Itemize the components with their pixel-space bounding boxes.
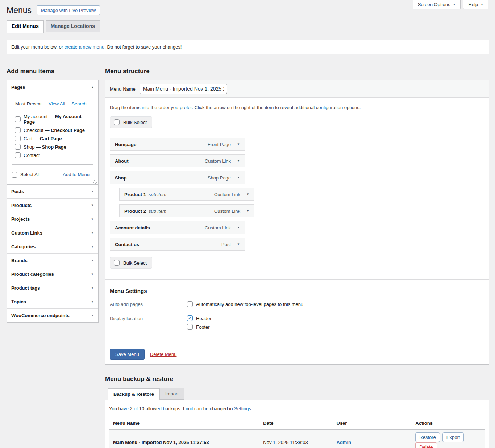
resize-handle[interactable] (93, 180, 97, 184)
accordion-brands[interactable]: Brands▼ (7, 253, 98, 267)
select-all-label: Select All (20, 172, 39, 177)
display-location-footer-option[interactable]: Footer (187, 324, 212, 330)
pages-panel-body: Most Recent View All Search My account —… (7, 94, 98, 184)
menu-item-product-2[interactable]: Product 2sub item Custom Link▼ (119, 204, 254, 217)
display-location-header-option[interactable]: Header (187, 315, 212, 321)
menu-settings-section: Menu Settings Auto add pages Automatical… (105, 279, 489, 344)
auto-add-checkbox[interactable] (187, 301, 193, 307)
page-item-label: Checkout — Checkout Page (24, 128, 85, 133)
add-to-menu-button[interactable]: Add to Menu (59, 170, 93, 179)
menu-name-input[interactable] (140, 84, 227, 94)
add-menu-items-heading: Add menu items (7, 68, 99, 75)
accordion-product-tags[interactable]: Product tags▼ (7, 281, 98, 295)
menu-item-account-details[interactable]: Account details Custom Link▼ (110, 221, 245, 234)
create-new-menu-link[interactable]: create a new menu (65, 44, 105, 50)
sub-item-label: sub item (149, 192, 166, 197)
tab-import[interactable]: Import (160, 388, 184, 400)
screen-options-button[interactable]: Screen Options ▼ (413, 0, 461, 9)
menu-name-row: Menu Name (105, 80, 489, 98)
item-type-label: Custom Link (205, 158, 231, 164)
accordion-product-categories[interactable]: Product categories▼ (7, 267, 98, 281)
backup-tabs: Backup & Restore Import (108, 388, 489, 400)
tab-backup-restore[interactable]: Backup & Restore (108, 388, 160, 400)
chevron-down-icon: ▼ (91, 314, 94, 317)
chevron-down-icon[interactable]: ▼ (237, 143, 240, 146)
backups-table: Menu Name Date User Actions Main Menu - … (109, 417, 485, 448)
chevron-down-icon: ▼ (91, 218, 94, 221)
display-location-label: Display location (110, 315, 187, 333)
page-checkbox[interactable] (15, 136, 21, 141)
menu-structure-column: Menu structure Menu Name Drag the items … (105, 68, 489, 448)
chevron-down-icon: ▼ (481, 3, 483, 6)
bulk-select-checkbox[interactable] (114, 119, 120, 125)
bulk-select-checkbox[interactable] (114, 260, 120, 266)
delete-button[interactable]: Delete (415, 442, 437, 448)
tab-most-recent[interactable]: Most Recent (12, 99, 45, 109)
chevron-down-icon[interactable]: ▼ (246, 193, 249, 196)
menu-item-contact-us[interactable]: Contact us Post▼ (110, 238, 245, 251)
item-type-label: Custom Link (214, 208, 240, 214)
tab-edit-menus[interactable]: Edit Menus (7, 20, 44, 33)
manage-live-preview-button[interactable]: Manage with Live Preview (37, 5, 100, 15)
drag-instructions: Drag the items into the order you prefer… (110, 105, 484, 110)
page-title: Menus (7, 5, 32, 15)
page-checkbox[interactable] (15, 152, 21, 158)
footer-checkbox[interactable] (187, 324, 193, 330)
pages-panel-header[interactable]: Pages ▲ (7, 80, 98, 94)
backup-user-link[interactable]: Admin (337, 440, 351, 445)
chevron-down-icon[interactable]: ▼ (237, 159, 240, 162)
pages-inner-tabs: Most Recent View All Search (12, 99, 93, 109)
list-item: Cart — Cart Page (15, 136, 90, 141)
accordion-posts[interactable]: Posts▼ (7, 185, 98, 198)
display-location-row: Display location Header Footer (110, 315, 484, 333)
auto-add-pages-option[interactable]: Automatically add new top-level pages to… (187, 301, 303, 307)
restore-button[interactable]: Restore (415, 432, 440, 442)
chevron-down-icon[interactable]: ▼ (246, 210, 249, 212)
accordion-categories[interactable]: Categories▼ (7, 240, 98, 253)
item-type-label: Front Page (208, 142, 231, 147)
item-type-label: Custom Link (205, 225, 231, 231)
tab-search[interactable]: Search (68, 99, 90, 109)
help-button[interactable]: Help ▼ (463, 0, 488, 9)
tab-manage-locations[interactable]: Manage Locations (46, 20, 100, 32)
chevron-down-icon[interactable]: ▼ (237, 243, 240, 246)
chevron-down-icon: ▼ (91, 190, 94, 193)
bulk-select-label: Bulk Select (123, 120, 147, 125)
chevron-down-icon: ▼ (91, 300, 94, 303)
save-menu-button[interactable]: Save Menu (110, 349, 145, 360)
page-checkbox[interactable] (15, 127, 21, 133)
column-header-date: Date (259, 417, 333, 430)
accordion-products[interactable]: Products▼ (7, 198, 98, 212)
backup-menu-name: Main Menu - Imported Nov 1, 2025 11:37:5… (109, 430, 260, 448)
menu-structure-panel: Menu Name Drag the items into the order … (105, 80, 489, 365)
accordion-custom-links[interactable]: Custom Links▼ (7, 226, 98, 240)
chevron-up-icon[interactable]: ▲ (91, 86, 94, 89)
chevron-down-icon[interactable]: ▼ (237, 226, 240, 229)
list-item: Contact (15, 152, 90, 158)
select-all-checkbox[interactable] (12, 172, 17, 178)
export-button[interactable]: Export (442, 432, 464, 442)
accordion-projects[interactable]: Projects▼ (7, 212, 98, 226)
chevron-down-icon: ▼ (91, 232, 94, 235)
notice-text-post: . Do not forget to save your changes! (104, 44, 182, 50)
pages-checklist: My account — My Account Page Checkout — … (12, 109, 93, 165)
chevron-down-icon[interactable]: ▼ (237, 176, 240, 179)
table-header-row: Menu Name Date User Actions (109, 417, 485, 430)
accordion-woocommerce-endpoints[interactable]: WooCommerce endpoints▼ (7, 308, 98, 322)
page-checkbox[interactable] (15, 116, 21, 122)
menu-item-hompage[interactable]: Hompage Front Page▼ (110, 138, 245, 151)
settings-link[interactable]: Settings (234, 406, 251, 411)
column-header-menu-name: Menu Name (109, 417, 260, 430)
item-type-label: Post (221, 242, 231, 247)
menu-item-shop[interactable]: Shop Shop Page▼ (110, 171, 245, 184)
accordion-topics[interactable]: Topics▼ (7, 295, 98, 308)
sub-item-label: sub item (149, 208, 166, 214)
tab-view-all[interactable]: View All (45, 99, 68, 109)
menu-item-about[interactable]: About Custom Link▼ (110, 154, 245, 167)
chevron-down-icon: ▼ (91, 273, 94, 276)
menu-item-product-1[interactable]: Product 1sub item Custom Link▼ (119, 188, 254, 201)
delete-menu-link[interactable]: Delete Menu (150, 352, 177, 357)
bulk-select-top: Bulk Select (110, 116, 152, 128)
header-checkbox[interactable] (187, 315, 193, 321)
page-checkbox[interactable] (15, 144, 21, 150)
